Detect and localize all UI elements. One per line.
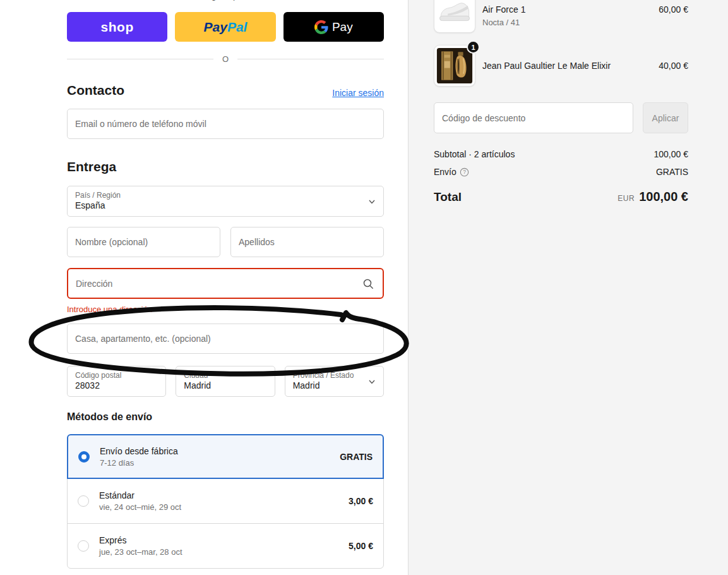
shipping-option-name: Estándar bbox=[99, 490, 181, 500]
shipping-label: Envío bbox=[434, 167, 456, 177]
login-link[interactable]: Iniciar sesión bbox=[332, 88, 384, 98]
delivery-title: Entrega bbox=[67, 159, 116, 174]
shipping-option-detail: jue, 23 oct–mar, 28 oct bbox=[99, 547, 182, 557]
divider-line bbox=[67, 59, 213, 59]
divider-label: O bbox=[222, 54, 229, 64]
discount-row: Aplicar bbox=[434, 102, 688, 133]
product-name: Jean Paul Gaultier Le Male Elixir bbox=[482, 61, 611, 71]
chevron-down-icon bbox=[368, 378, 376, 385]
help-icon[interactable]: ? bbox=[460, 167, 469, 177]
shipping-methods-group: Envío desde fábrica 7-12 días GRATIS Est… bbox=[67, 434, 384, 569]
perfume-image bbox=[436, 47, 473, 84]
country-select[interactable]: País / Región España bbox=[67, 186, 384, 217]
last-name-field[interactable] bbox=[230, 227, 384, 257]
checkout-page: Pago exprés shop PayPal Pay bbox=[0, 0, 728, 575]
express-checkout-heading-clipped: Pago exprés bbox=[67, 0, 384, 1]
shipping-option-standard[interactable]: Estándar vie, 24 oct–mié, 29 oct 3,00 € bbox=[67, 478, 384, 524]
express-checkout-buttons: shop PayPal Pay bbox=[67, 12, 384, 42]
shop-pay-button[interactable]: shop bbox=[67, 12, 167, 42]
product-price: 40,00 € bbox=[659, 61, 688, 71]
shipping-option-detail: 7-12 días bbox=[100, 458, 178, 468]
contact-title: Contacto bbox=[67, 83, 124, 98]
province-select[interactable]: Provincia / Estado Madrid bbox=[285, 366, 384, 397]
order-summary-panel: 1 Air Force 1 Nocta / 41 60,00 € 1 Jean … bbox=[408, 0, 728, 575]
province-label: Provincia / Estado bbox=[293, 371, 376, 380]
or-divider: O bbox=[67, 54, 384, 63]
country-label: País / Región bbox=[75, 191, 376, 200]
total-label: Total bbox=[434, 190, 462, 204]
total-row: Total EUR 100,00 € bbox=[434, 190, 688, 204]
contact-header: Contacto Iniciar sesión bbox=[67, 83, 384, 98]
radio-unselected-icon[interactable] bbox=[78, 540, 89, 552]
address-field[interactable] bbox=[68, 269, 362, 298]
divider-line bbox=[237, 59, 384, 59]
search-icon bbox=[362, 278, 374, 289]
chevron-down-icon bbox=[368, 198, 376, 205]
shipping-option-name: Envío desde fábrica bbox=[100, 446, 178, 456]
subtotal-value: 100,00 € bbox=[654, 149, 689, 159]
city-field[interactable]: Ciudad Madrid bbox=[176, 366, 275, 397]
postal-code-value: 28032 bbox=[75, 380, 158, 391]
address2-field[interactable] bbox=[67, 324, 384, 354]
product-variant: Nocta / 41 bbox=[482, 18, 520, 27]
shipping-methods-title: Métodos de envío bbox=[67, 411, 152, 423]
currency-code: EUR bbox=[618, 194, 635, 203]
shipping-option-price: 3,00 € bbox=[349, 496, 373, 506]
product-thumbnail-air-force-1: 1 bbox=[434, 0, 475, 33]
shipping-option-detail: vie, 24 oct–mié, 29 oct bbox=[99, 502, 181, 512]
shipping-option-price: GRATIS bbox=[340, 452, 373, 462]
sneaker-image bbox=[436, 0, 473, 30]
address-error-message: Introduce una dirección bbox=[67, 305, 152, 314]
google-pay-button[interactable]: Pay bbox=[283, 12, 384, 42]
google-g-icon bbox=[314, 20, 328, 34]
country-value: España bbox=[75, 200, 376, 211]
paypal-logo: PayPal bbox=[204, 20, 248, 35]
name-row bbox=[67, 227, 384, 257]
postal-code-label: Código postal bbox=[75, 371, 158, 380]
gpay-label: Pay bbox=[332, 20, 353, 34]
address-field-wrapper bbox=[67, 268, 384, 299]
city-label: Ciudad bbox=[184, 371, 266, 380]
radio-selected-icon[interactable] bbox=[78, 451, 90, 463]
postal-code-field[interactable]: Código postal 28032 bbox=[67, 366, 166, 397]
first-name-field[interactable] bbox=[67, 227, 220, 257]
radio-unselected-icon[interactable] bbox=[78, 495, 89, 507]
quantity-badge: 1 bbox=[467, 40, 480, 54]
product-price: 60,00 € bbox=[659, 4, 688, 15]
checkout-form-column: Pago exprés shop PayPal Pay bbox=[67, 0, 384, 575]
city-value: Madrid bbox=[184, 380, 266, 391]
shipping-option-factory[interactable]: Envío desde fábrica 7-12 días GRATIS bbox=[67, 434, 384, 479]
province-value: Madrid bbox=[293, 380, 376, 391]
postal-city-province-row: Código postal 28032 Ciudad Madrid Provin… bbox=[67, 366, 384, 397]
product-thumbnail-perfume: 1 bbox=[434, 45, 475, 87]
total-value: 100,00 € bbox=[639, 190, 688, 204]
discount-code-field[interactable] bbox=[434, 102, 633, 133]
email-field[interactable] bbox=[67, 109, 384, 139]
shop-pay-logo: shop bbox=[101, 20, 134, 35]
apply-discount-button[interactable]: Aplicar bbox=[643, 102, 688, 133]
subtotal-label: Subtotal · 2 artículos bbox=[434, 149, 515, 159]
svg-text:?: ? bbox=[463, 169, 466, 175]
subtotal-row: Subtotal · 2 artículos 100,00 € bbox=[434, 149, 688, 159]
shipping-option-price: 5,00 € bbox=[349, 541, 373, 551]
shipping-option-express[interactable]: Exprés jue, 23 oct–mar, 28 oct 5,00 € bbox=[67, 523, 384, 569]
product-name: Air Force 1 bbox=[482, 4, 525, 15]
shipping-row: Envío ? GRATIS bbox=[434, 167, 688, 177]
shipping-value: GRATIS bbox=[656, 167, 688, 177]
paypal-button[interactable]: PayPal bbox=[175, 12, 275, 42]
shipping-option-name: Exprés bbox=[99, 535, 182, 545]
